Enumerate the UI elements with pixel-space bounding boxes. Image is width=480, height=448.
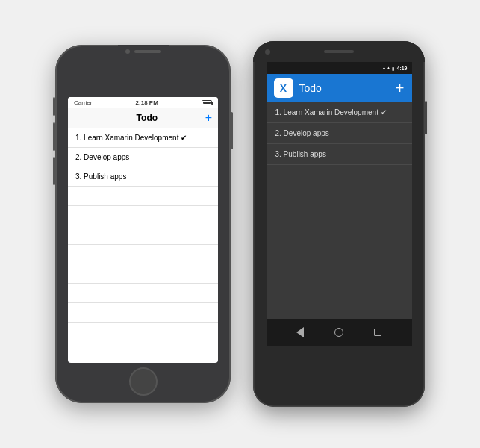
android-front-camera — [265, 49, 270, 55]
android-phone: ▾ ▲ ▮ 4:19 X Todo + 1. Learn Xamarin Dev… — [253, 41, 425, 407]
ios-power-button — [231, 112, 233, 149]
android-top-bezel — [253, 41, 425, 62]
android-list-item-2[interactable]: 2. Develop apps — [267, 123, 412, 144]
ios-list-item-3[interactable]: 3. Publish apps — [68, 167, 218, 187]
ios-list-item-2[interactable]: 2. Develop apps — [68, 148, 218, 167]
android-vol-button — [425, 101, 427, 134]
android-screen: ▾ ▲ ▮ 4:19 X Todo + 1. Learn Xamarin Dev… — [267, 62, 412, 346]
ios-status-bar: Carrier 2:18 PM — [68, 97, 218, 108]
ios-phone: Carrier 2:18 PM Todo + 1. Learn Xamarin … — [55, 45, 231, 403]
ios-list-item-6 — [68, 225, 218, 245]
android-add-button[interactable]: + — [396, 80, 405, 97]
android-app-icon: X — [274, 78, 293, 98]
ios-list-item-4 — [68, 187, 218, 206]
android-app-title: Todo — [299, 82, 396, 94]
android-time: 4:19 — [396, 66, 407, 71]
ios-mute-button — [53, 97, 55, 116]
android-actionbar: X Todo + — [267, 74, 412, 102]
ios-time: 2:18 PM — [136, 99, 158, 106]
android-home-icon — [334, 328, 343, 337]
android-back-icon — [296, 327, 304, 337]
android-signal-icon: ▲ — [387, 66, 391, 70]
ios-nav-title: Todo — [89, 113, 205, 123]
android-list-item-1[interactable]: 1. Learn Xamarin Development ✔ — [267, 102, 412, 123]
ios-front-camera — [125, 49, 130, 54]
android-list-item-3[interactable]: 3. Publish apps — [267, 144, 412, 165]
android-recents-button[interactable] — [372, 326, 384, 338]
ios-screen: Carrier 2:18 PM Todo + 1. Learn Xamarin … — [68, 97, 218, 363]
android-nav-bar — [267, 319, 412, 346]
ios-list-item-10 — [68, 303, 218, 323]
android-earpiece — [324, 50, 354, 53]
ios-vol-up-button — [53, 122, 55, 151]
android-battery-icon: ▮ — [392, 66, 394, 71]
ios-vol-down-button — [53, 157, 55, 185]
ios-list-item-8 — [68, 264, 218, 284]
ios-todo-list: 1. Learn Xamarin Development ✔ 2. Develo… — [68, 128, 218, 363]
android-todo-list: 1. Learn Xamarin Development ✔ 2. Develo… — [267, 102, 412, 319]
android-home-button[interactable] — [333, 326, 345, 338]
ios-earpiece — [134, 50, 161, 53]
ios-top-bezel — [118, 45, 169, 58]
ios-list-item-7 — [68, 245, 218, 264]
android-status-bar: ▾ ▲ ▮ 4:19 — [267, 62, 412, 74]
android-back-button[interactable] — [294, 326, 306, 338]
ios-home-area — [129, 363, 158, 400]
android-status-icons: ▾ ▲ ▮ — [383, 66, 395, 71]
ios-list-item-9 — [68, 284, 218, 303]
ios-nav-bar: Todo + — [68, 108, 218, 128]
ios-list-item-5 — [68, 206, 218, 225]
ios-carrier: Carrier — [74, 99, 92, 106]
ios-add-button[interactable]: + — [205, 111, 212, 125]
android-recents-icon — [374, 329, 381, 336]
ios-battery — [202, 100, 212, 105]
ios-home-button[interactable] — [129, 367, 158, 396]
android-wifi-icon: ▾ — [383, 66, 385, 71]
ios-list-item-1[interactable]: 1. Learn Xamarin Development ✔ — [68, 128, 218, 148]
